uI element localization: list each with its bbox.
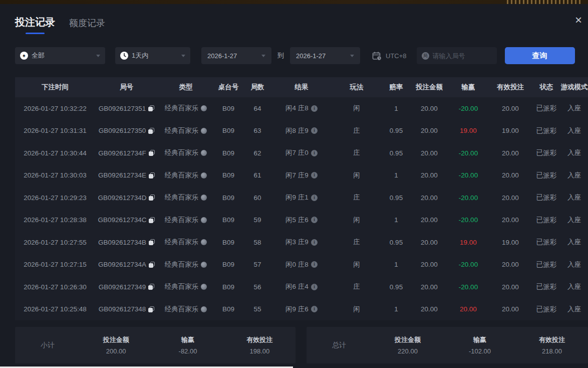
cell-odds: 0.95	[382, 127, 410, 134]
round-id-input[interactable]	[433, 52, 492, 60]
total-bet-label: 投注金额	[372, 335, 444, 344]
cell-game-mode: 入座	[560, 126, 588, 135]
info-icon[interactable]: i	[311, 284, 318, 290]
query-button[interactable]: 查询	[505, 47, 575, 64]
cell-bet-amount: 20.00	[410, 305, 448, 313]
info-icon[interactable]: i	[311, 195, 318, 201]
cell-odds: 1	[382, 216, 410, 224]
info-icon[interactable]: i	[311, 127, 318, 134]
game-id-text: GB092612734A	[98, 261, 146, 268]
timezone-label: UTC+8	[386, 52, 407, 60]
subtotal-valid-label: 有效投注	[224, 335, 296, 344]
cell-winloss: -20.00	[448, 283, 488, 291]
result-text: 闲9 庄6	[285, 305, 309, 314]
cell-odds: 1	[382, 261, 410, 268]
cell-table-no: B09	[214, 171, 243, 179]
cell-play: 闲	[331, 260, 382, 269]
cell-game-id: GB092612734A	[95, 261, 158, 268]
copy-icon[interactable]	[148, 284, 154, 290]
info-icon[interactable]: i	[311, 261, 318, 268]
cell-bet-time: 2026-01-27 10:27:55	[15, 239, 95, 246]
cell-result: 闲9 庄1 i	[272, 193, 331, 202]
cell-game-id: GB092612734C	[95, 216, 158, 224]
cell-result: 闲7 庄9 i	[272, 171, 331, 180]
tab-quota-records[interactable]: 额度记录	[69, 17, 105, 34]
total-valid: 有效投注 218.00	[516, 335, 588, 355]
cell-table-no: B09	[214, 305, 243, 313]
round-id-icon: 局	[422, 52, 429, 60]
info-icon[interactable]: i	[311, 172, 318, 178]
cell-bet-time: 2026-01-27 10:26:30	[15, 283, 95, 291]
game-type-text: 经典百家乐	[165, 148, 199, 157]
cell-bet-amount: 20.00	[410, 261, 448, 268]
copy-icon[interactable]	[149, 172, 155, 178]
cell-status: 已派彩	[532, 282, 560, 291]
cell-table-no: B09	[214, 149, 243, 157]
cell-game-id: GB0926127349	[95, 283, 158, 291]
date-from-picker[interactable]: 2026-1-27	[201, 47, 271, 64]
filter-bar: ♠ 全部 1天内 2026-1-27 到 2026-1-27	[15, 47, 588, 64]
date-from-value: 2026-1-27	[207, 52, 237, 60]
spade-icon: ♠	[20, 52, 28, 60]
calendar-clock-icon[interactable]	[372, 51, 382, 61]
cell-odds: 0.95	[382, 239, 410, 246]
cell-round: 57	[243, 261, 272, 268]
game-id-text: GB092612734D	[98, 194, 147, 202]
game-id-text: GB092612734E	[98, 171, 146, 179]
clock-icon	[120, 52, 128, 60]
game-type-text: 经典百家乐	[165, 260, 199, 269]
result-text: 闲8 庄9	[285, 126, 309, 135]
copy-icon[interactable]	[149, 239, 155, 245]
game-type-text: 经典百家乐	[165, 171, 199, 180]
cell-round: 64	[243, 105, 272, 112]
cell-table-no: B09	[214, 127, 243, 134]
cell-odds: 0.95	[382, 194, 410, 202]
copy-icon[interactable]	[148, 128, 154, 134]
cell-valid-bet: 20.00	[488, 171, 532, 179]
copy-icon[interactable]	[149, 195, 155, 201]
chevron-down-icon	[350, 55, 354, 57]
chip-icon	[201, 150, 207, 156]
cell-valid-bet: 20.00	[488, 149, 532, 157]
cell-bet-amount: 20.00	[410, 171, 448, 179]
chip-icon	[201, 284, 207, 290]
info-icon[interactable]: i	[311, 105, 318, 112]
info-icon[interactable]: i	[311, 239, 318, 246]
cell-game-id: GB0926127351	[95, 105, 158, 112]
date-to-label: 到	[277, 51, 284, 60]
time-range-dropdown[interactable]: 1天内	[115, 47, 190, 64]
info-icon[interactable]: i	[311, 306, 318, 312]
cell-status: 已派彩	[532, 104, 560, 113]
copy-icon[interactable]	[149, 217, 155, 223]
table-row: 2026-01-27 10:32:22 GB0926127351 经典百家乐 B…	[15, 97, 588, 120]
cell-table-no: B09	[214, 194, 243, 202]
game-id-text: GB092612734F	[98, 149, 146, 157]
copy-icon[interactable]	[148, 306, 154, 312]
copy-icon[interactable]	[149, 262, 155, 268]
game-type-dropdown[interactable]: ♠ 全部	[15, 47, 105, 64]
cell-play: 庄	[331, 193, 382, 202]
cell-valid-bet: 19.00	[488, 239, 532, 246]
tab-bet-records[interactable]: 投注记录	[15, 16, 55, 34]
cell-valid-bet: 20.00	[488, 261, 532, 268]
date-to-picker[interactable]: 2026-1-27	[290, 47, 360, 64]
info-icon[interactable]: i	[311, 217, 318, 223]
copy-icon[interactable]	[149, 150, 155, 156]
cell-game-id: GB092612734D	[95, 194, 158, 202]
round-id-search[interactable]: 局	[417, 47, 497, 64]
close-icon[interactable]: ×	[572, 14, 585, 27]
cell-game-type: 经典百家乐	[158, 148, 214, 157]
cell-game-mode: 入座	[560, 282, 588, 291]
copy-icon[interactable]	[148, 105, 154, 111]
cell-status: 已派彩	[532, 193, 560, 202]
cell-game-type: 经典百家乐	[158, 238, 214, 247]
cell-bet-time: 2026-01-27 10:29:23	[15, 194, 95, 202]
cell-winloss: -20.00	[448, 194, 488, 202]
game-type-text: 经典百家乐	[165, 126, 199, 135]
table-row: 2026-01-27 10:31:31 GB0926127350 经典百家乐 B…	[15, 120, 588, 142]
cell-round: 59	[243, 216, 272, 224]
info-icon[interactable]: i	[311, 150, 318, 156]
cell-play: 闲	[331, 305, 382, 314]
col-header-valid-bet: 有效投注	[488, 83, 532, 92]
cell-bet-time: 2026-01-27 10:30:44	[15, 149, 95, 157]
